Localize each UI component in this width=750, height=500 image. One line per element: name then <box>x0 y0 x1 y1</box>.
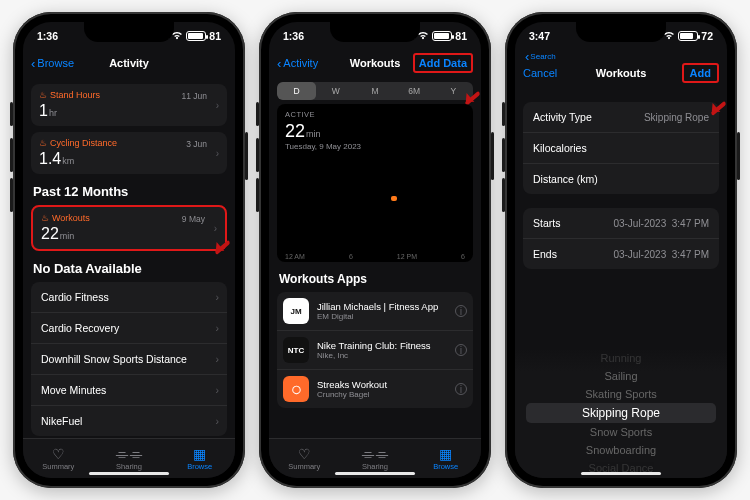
chevron-right-icon: › <box>216 148 219 159</box>
app-icon: ◯ <box>283 376 309 402</box>
list-item[interactable]: Cardio Fitness› <box>31 282 227 312</box>
fields-group-1: Activity Type Skipping Rope Kilocalories… <box>523 102 719 194</box>
notch <box>330 22 420 42</box>
back-button[interactable]: ‹Browse <box>31 57 74 70</box>
home-indicator[interactable] <box>581 472 661 475</box>
battery-icon <box>186 31 206 41</box>
chevron-left-icon: ‹ <box>31 57 35 70</box>
nav-bar: ‹Browse Activity <box>23 48 235 78</box>
nodata-list: Cardio Fitness› Cardio Recovery› Downhil… <box>31 282 227 436</box>
tab-summary[interactable]: ♡Summary <box>269 439 340 478</box>
picker-option[interactable]: Sailing <box>515 367 727 385</box>
page-title: Workouts <box>596 67 647 79</box>
heart-icon: ♡ <box>298 447 311 461</box>
phone-frame-1: 1:36 ıııı 81 ‹Browse Activity ♨Stand Hou… <box>13 12 245 488</box>
tab-browse[interactable]: ▦Browse <box>410 439 481 478</box>
content-scroll[interactable]: D W M 6M Y ACTIVE 22min Tuesday, 9 May 2… <box>269 78 481 438</box>
field-starts[interactable]: Starts 03-Jul-2023 3:47 PM <box>523 208 719 238</box>
notch <box>84 22 174 42</box>
activity-picker[interactable]: Running Sailing Skating Sports Skipping … <box>515 348 727 478</box>
chevron-right-icon: › <box>216 415 220 427</box>
home-indicator[interactable] <box>89 472 169 475</box>
fields-group-2: Starts 03-Jul-2023 3:47 PM Ends 03-Jul-2… <box>523 208 719 269</box>
chevron-right-icon: › <box>216 291 220 303</box>
phone-frame-3: 3:47 ıııı 72 ‹Search Cancel Workouts Add… <box>505 12 737 488</box>
field-distance[interactable]: Distance (km) <box>523 163 719 194</box>
picker-option[interactable]: Running <box>515 349 727 367</box>
field-ends[interactable]: Ends 03-Jul-2023 3:47 PM <box>523 238 719 269</box>
status-time: 1:36 <box>37 30 58 42</box>
seg-month[interactable]: M <box>355 82 394 100</box>
seg-week[interactable]: W <box>316 82 355 100</box>
field-value: Skipping Rope <box>644 112 709 123</box>
x-axis: 12 AM612 PM6 <box>285 253 465 260</box>
tab-summary[interactable]: ♡Summary <box>23 439 94 478</box>
info-icon[interactable]: i <box>455 305 467 317</box>
flame-icon: ♨ <box>39 90 47 100</box>
chart-card[interactable]: ACTIVE 22min Tuesday, 9 May 2023 12 AM61… <box>277 104 473 262</box>
info-icon[interactable]: i <box>455 383 467 395</box>
chart-datapoint <box>391 196 397 201</box>
grid-icon: ▦ <box>439 447 452 461</box>
battery-pct: 81 <box>455 30 467 42</box>
tab-browse[interactable]: ▦Browse <box>164 439 235 478</box>
chevron-right-icon: › <box>216 353 220 365</box>
people-icon: ⌯⌯ <box>115 447 143 461</box>
status-time: 1:36 <box>283 30 304 42</box>
app-row[interactable]: ◯ Streaks WorkoutCrunchy Bagel i <box>277 369 473 408</box>
section-header-nodata: No Data Available <box>33 261 225 276</box>
list-item[interactable]: Downhill Snow Sports Distance› <box>31 343 227 374</box>
seg-day[interactable]: D <box>277 82 316 100</box>
picker-option[interactable]: Skating Sports <box>515 385 727 403</box>
picker-option[interactable]: Snowboarding <box>515 441 727 459</box>
battery-icon <box>432 31 452 41</box>
page-title: Activity <box>109 57 149 69</box>
flame-icon: ♨ <box>39 138 47 148</box>
section-header-apps: Workouts Apps <box>279 272 471 286</box>
active-label: ACTIVE <box>285 110 465 119</box>
battery-icon <box>678 31 698 41</box>
app-icon: NTC <box>283 337 309 363</box>
phone-frame-2: 1:36 ıııı 81 ‹Activity Workouts Add Data… <box>259 12 491 488</box>
list-item[interactable]: Move Minutes› <box>31 374 227 405</box>
active-date: Tuesday, 9 May 2023 <box>285 142 465 151</box>
grid-icon: ▦ <box>193 447 206 461</box>
app-icon: JM <box>283 298 309 324</box>
status-time: 3:47 <box>529 30 550 42</box>
picker-option[interactable]: Snow Sports <box>515 423 727 441</box>
field-kilocalories[interactable]: Kilocalories <box>523 132 719 163</box>
back-button[interactable]: ‹Activity <box>277 57 318 70</box>
list-item[interactable]: NikeFuel› <box>31 405 227 436</box>
home-indicator[interactable] <box>335 472 415 475</box>
flame-icon: ♨ <box>41 213 49 223</box>
card-workouts[interactable]: ♨Workouts 9 May › 22min <box>31 205 227 251</box>
add-data-button[interactable]: Add Data <box>413 53 473 73</box>
field-activity-type[interactable]: Activity Type Skipping Rope <box>523 102 719 132</box>
heart-icon: ♡ <box>52 447 65 461</box>
app-row[interactable]: NTC Nike Training Club: FitnessNike, Inc… <box>277 330 473 369</box>
section-header-past: Past 12 Months <box>33 184 225 199</box>
cancel-button[interactable]: Cancel <box>523 67 557 79</box>
card-stand-hours[interactable]: ♨Stand Hours 11 Jun › 1hr <box>31 84 227 126</box>
app-row[interactable]: JM Jillian Michaels | Fitness AppEM Digi… <box>277 292 473 330</box>
seg-6month[interactable]: 6M <box>395 82 434 100</box>
battery-pct: 72 <box>701 30 713 42</box>
people-icon: ⌯⌯ <box>361 447 389 461</box>
chevron-right-icon: › <box>216 322 220 334</box>
battery-pct: 81 <box>209 30 221 42</box>
content-scroll[interactable]: ♨Stand Hours 11 Jun › 1hr ♨Cycling Dista… <box>23 78 235 438</box>
picker-option-selected[interactable]: Skipping Rope <box>526 403 717 423</box>
nav-bar: ‹Activity Workouts Add Data <box>269 48 481 78</box>
info-icon[interactable]: i <box>455 344 467 356</box>
add-button[interactable]: Add <box>682 63 719 83</box>
list-item[interactable]: Cardio Recovery› <box>31 312 227 343</box>
apps-list: JM Jillian Michaels | Fitness AppEM Digi… <box>277 292 473 408</box>
chevron-right-icon: › <box>216 100 219 111</box>
card-cycling-distance[interactable]: ♨Cycling Distance 3 Jun › 1.4km <box>31 132 227 174</box>
time-range-segment[interactable]: D W M 6M Y <box>277 82 473 100</box>
notch <box>576 22 666 42</box>
chevron-right-icon: › <box>216 384 220 396</box>
chevron-left-icon: ‹ <box>277 57 281 70</box>
page-title: Workouts <box>350 57 401 69</box>
nav-bar: Cancel Workouts Add <box>515 58 727 88</box>
